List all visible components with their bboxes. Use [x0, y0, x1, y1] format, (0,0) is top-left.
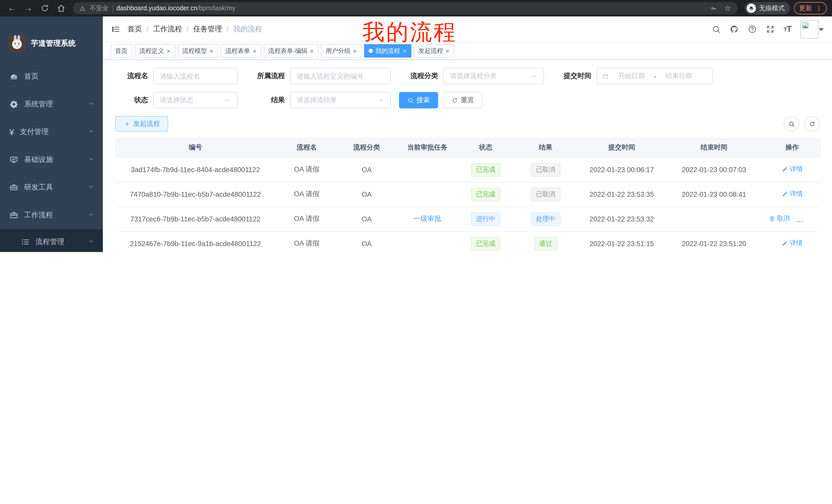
- close-icon[interactable]: ×: [253, 48, 256, 54]
- briefcase-icon: [9, 211, 19, 220]
- sidebar-item-workflow[interactable]: 工作流程: [0, 201, 103, 229]
- url-text: dashboard.yudao.iocoder.cn/bpm/task/my: [116, 5, 235, 12]
- filter-row-2: 状态 请选择状态 结果 请选择流结果: [115, 92, 820, 108]
- password-key-icon[interactable]: [710, 5, 717, 11]
- refresh-list-button[interactable]: [804, 116, 820, 132]
- browser-update-button[interactable]: 更新: [794, 2, 827, 15]
- browser-reload-icon[interactable]: [38, 2, 51, 15]
- close-icon[interactable]: ×: [166, 48, 171, 54]
- sidebar-item-payment[interactable]: ¥支付管理: [0, 118, 103, 146]
- sidebar-item-process-mgmt[interactable]: 流程管理: [0, 229, 103, 252]
- divider: [112, 5, 113, 12]
- search-icon: [407, 97, 414, 104]
- process-name-input[interactable]: [153, 68, 238, 84]
- address-bar[interactable]: 不安全 dashboard.yudao.iocoder.cn/bpm/task/…: [73, 2, 737, 15]
- cell-submit-time: 2022-01-22 23:53:35: [579, 182, 665, 206]
- result-placeholder: 请选择流结果: [297, 95, 337, 105]
- sidebar-item-dev-tools[interactable]: 研发工具: [0, 174, 103, 201]
- table-row: 7470a810-7b9b-11ec-b5b7-acde48001122OA 请…: [115, 182, 821, 206]
- close-icon[interactable]: ×: [402, 48, 407, 54]
- chevron-down-icon: [531, 73, 537, 79]
- navbar: 首页/工作流程/任务管理/我的流程 TT: [103, 17, 832, 42]
- sidebar-item-infrastructure[interactable]: 基础设施: [0, 146, 103, 174]
- calendar-icon: [602, 73, 609, 79]
- reset-button[interactable]: 重置: [443, 92, 482, 108]
- tab-process-definition[interactable]: 流程定义×: [135, 44, 175, 58]
- tab-my-process[interactable]: 我的流程×: [364, 44, 411, 58]
- sidebar-item-system[interactable]: 系统管理: [0, 90, 103, 118]
- bookmark-star-icon[interactable]: ☆: [724, 4, 731, 13]
- tab-start-process[interactable]: 发起流程×: [414, 44, 454, 58]
- gauge-icon: [9, 72, 19, 81]
- category-select[interactable]: 请选择流程分类: [443, 68, 544, 84]
- breadcrumb-separator: /: [227, 25, 229, 33]
- cell-task: [395, 182, 459, 206]
- end-date-placeholder: 结束日期: [660, 72, 697, 81]
- key-icon: [710, 5, 717, 11]
- calendar-icon: [602, 73, 609, 79]
- screen: ← → 不安全 dashboard.yudao.iocoder.cn/bpm/t…: [0, 0, 832, 252]
- gear-icon: [9, 100, 19, 109]
- url-path: /bpm/task/my: [197, 5, 235, 12]
- detail-link[interactable]: 详情: [782, 190, 803, 198]
- task-link[interactable]: 一级审批: [413, 215, 441, 222]
- close-icon[interactable]: ×: [210, 48, 213, 54]
- range-separator: -: [650, 72, 660, 80]
- breadcrumb-item[interactable]: 任务管理: [193, 25, 222, 34]
- submenu-workflow: 流程管理任务管理我的流程待办任务已办任务请假查询: [0, 229, 103, 252]
- close-icon[interactable]: ×: [446, 48, 449, 54]
- browser-back-icon[interactable]: ←: [5, 2, 19, 15]
- detail-link[interactable]: 详情: [782, 165, 803, 174]
- github-icon[interactable]: [730, 25, 739, 34]
- header-search-icon[interactable]: [712, 25, 721, 34]
- monitor-icon: [9, 155, 19, 164]
- status-select[interactable]: 请选择状态: [153, 92, 238, 108]
- tab-label: 我的流程: [375, 47, 400, 55]
- tab-process-model[interactable]: 流程模型×: [178, 44, 218, 58]
- close-icon[interactable]: ×: [353, 48, 357, 54]
- refresh-icon: [809, 120, 815, 127]
- pencil-icon: [782, 166, 788, 173]
- submit-time-range-picker[interactable]: 开始日期 - 结束日期: [597, 68, 713, 84]
- hamburger-icon[interactable]: [111, 25, 120, 34]
- breadcrumb-item[interactable]: 首页: [128, 25, 142, 34]
- cell-id: 3ad174fb-7b9d-11ec-8404-acde48001122: [115, 157, 276, 182]
- breadcrumb-item[interactable]: 工作流程: [153, 25, 182, 34]
- cell-status: 已完成: [459, 157, 512, 182]
- fullscreen-icon[interactable]: [766, 25, 775, 34]
- toolbox-icon: [9, 183, 19, 192]
- yen-icon: ¥: [9, 128, 14, 136]
- tab-home[interactable]: 首页: [110, 44, 132, 58]
- tab-process-form-edit[interactable]: 流程表单-编辑×: [264, 44, 318, 58]
- result-select[interactable]: 请选择流结果: [290, 92, 391, 108]
- trash-icon: [769, 215, 775, 222]
- parent-process-input[interactable]: [290, 68, 391, 84]
- browser-forward-icon[interactable]: →: [22, 2, 35, 15]
- incognito-label: 无痕模式: [759, 4, 785, 12]
- help-icon[interactable]: [748, 25, 757, 34]
- tab-label: 用户分组: [326, 47, 350, 55]
- result-badge: 处理中: [531, 212, 561, 226]
- font-size-icon[interactable]: TT: [784, 24, 791, 34]
- search-button-label: 搜索: [417, 95, 430, 105]
- cancel-link[interactable]: 取消: [769, 214, 790, 223]
- active-tab-dot: [369, 49, 373, 53]
- page-content: 流程名 所属流程 流程分类 请选择流程分类: [103, 60, 832, 252]
- close-icon[interactable]: ×: [310, 48, 314, 54]
- op-label: 详情: [790, 165, 803, 174]
- sidebar-item-home[interactable]: 首页: [0, 63, 103, 90]
- tab-process-form[interactable]: 流程表单×: [220, 44, 261, 58]
- tab-user-group[interactable]: 用户分组×: [321, 44, 362, 58]
- start-process-button[interactable]: ＋ 发起流程: [115, 116, 168, 132]
- browser-toolbar: ← → 不安全 dashboard.yudao.iocoder.cn/bpm/t…: [0, 0, 832, 17]
- detail-link[interactable]: 详情: [782, 239, 803, 248]
- avatar[interactable]: [800, 20, 824, 38]
- process-table: 编号流程名流程分类当前审批任务状态结果提交时间结束时间操作 3ad174fb-7…: [115, 138, 821, 252]
- plus-icon: ＋: [123, 119, 131, 129]
- avatar-caret-icon[interactable]: [818, 28, 824, 33]
- search-button[interactable]: 搜索: [399, 92, 438, 108]
- toggle-search-button[interactable]: [784, 116, 799, 132]
- browser-home-icon[interactable]: [54, 2, 68, 15]
- tab-label: 流程定义: [139, 47, 164, 55]
- menu-dots-icon[interactable]: [816, 5, 822, 11]
